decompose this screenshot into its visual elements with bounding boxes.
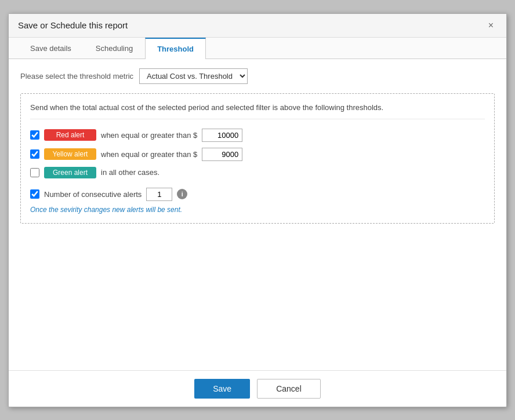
red-alert-badge: Red alert <box>44 129 96 141</box>
yellow-alert-input[interactable] <box>202 148 242 161</box>
yellow-alert-row: Yellow alert when equal or greater than … <box>30 148 485 161</box>
dialog-footer: Save Cancel <box>9 370 506 407</box>
alert-rows: Red alert when equal or greater than $ Y… <box>30 129 485 178</box>
consecutive-input[interactable] <box>146 188 172 201</box>
tab-content: Please select the threshold metric Actua… <box>9 59 506 370</box>
red-alert-checkbox[interactable] <box>30 130 39 140</box>
tab-save-details[interactable]: Save details <box>18 38 84 59</box>
metric-select[interactable]: Actual Cost vs. Threshold <box>139 68 248 84</box>
metric-label: Please select the threshold metric <box>20 72 133 81</box>
green-alert-badge: Green alert <box>44 167 96 178</box>
dialog-container: Save or Schedule this report × Save deta… <box>8 13 507 407</box>
red-alert-input[interactable] <box>202 129 242 142</box>
green-alert-condition: in all other cases. <box>101 168 159 177</box>
save-button[interactable]: Save <box>194 379 250 399</box>
close-button[interactable]: × <box>485 20 497 31</box>
threshold-description: Send when the total actual cost of the s… <box>30 103 485 119</box>
consecutive-checkbox[interactable] <box>30 189 39 199</box>
tab-scheduling[interactable]: Scheduling <box>84 38 145 59</box>
tab-bar: Save details Scheduling Threshold <box>9 38 506 59</box>
red-alert-row: Red alert when equal or greater than $ <box>30 129 485 142</box>
tab-threshold[interactable]: Threshold <box>145 38 206 59</box>
green-alert-checkbox[interactable] <box>30 168 39 177</box>
cancel-button[interactable]: Cancel <box>257 379 321 399</box>
info-icon: i <box>177 189 187 199</box>
green-alert-row: Green alert in all other cases. <box>30 167 485 178</box>
yellow-alert-badge: Yellow alert <box>44 148 96 160</box>
yellow-alert-condition: when equal or greater than $ <box>101 150 197 159</box>
dialog-title: Save or Schedule this report <box>18 20 128 30</box>
metric-selector-row: Please select the threshold metric Actua… <box>20 68 495 84</box>
severity-note: Once the sevirity changes new alerts wil… <box>30 206 485 214</box>
red-alert-condition: when equal or greater than $ <box>101 131 197 140</box>
yellow-alert-checkbox[interactable] <box>30 149 39 159</box>
title-bar: Save or Schedule this report × <box>9 14 506 38</box>
threshold-box: Send when the total actual cost of the s… <box>20 93 495 224</box>
consecutive-label: Number of consecutive alerts <box>44 190 142 199</box>
consecutive-row: Number of consecutive alerts i <box>30 188 485 201</box>
